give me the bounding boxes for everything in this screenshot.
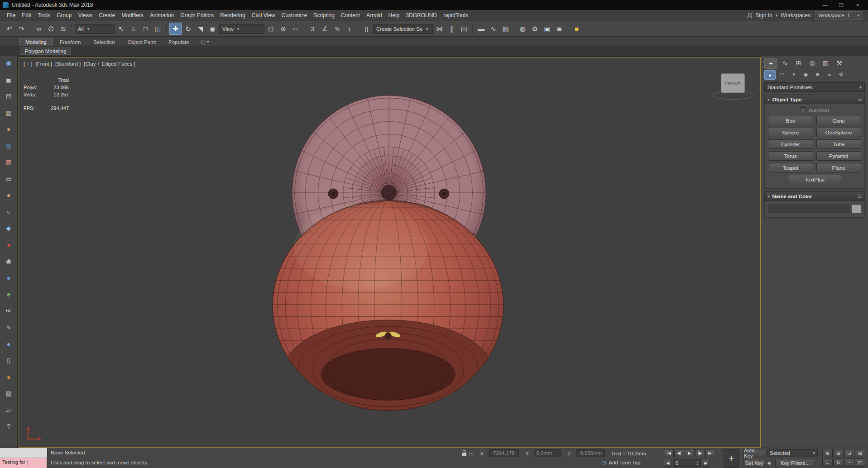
tab-object-paint[interactable]: Object Paint	[122, 38, 162, 46]
utilities-tab-icon[interactable]: ⚒	[833, 58, 845, 68]
go-to-start-icon[interactable]: |◀	[664, 449, 674, 457]
keyboard-override-icon[interactable]: ▭	[290, 23, 301, 34]
play-icon[interactable]: ▶	[685, 449, 695, 457]
auto-key-button[interactable]: Auto Key	[743, 449, 765, 457]
viewport-front[interactable]: FRONT [ + ] [Front ] [Standard ] [Clay +…	[19, 57, 761, 448]
tab-modeling[interactable]: Modeling	[19, 38, 53, 46]
render-production-icon[interactable]: ◙	[554, 23, 565, 34]
go-to-end-icon[interactable]: ▶|	[705, 449, 715, 457]
orb-tool-icon[interactable]: ●	[3, 339, 14, 349]
tube-button[interactable]: Tube	[816, 139, 862, 149]
systems-category-icon[interactable]: ⚙	[836, 70, 846, 79]
previous-frame-icon[interactable]: ◀	[664, 459, 672, 467]
polygon-modeling-panel[interactable]: Polygon Modeling	[20, 48, 71, 55]
field-of-view-icon[interactable]: ◔	[844, 458, 854, 467]
gem-material-icon[interactable]: ◆	[3, 223, 14, 234]
geosphere-button[interactable]: GeoSphere	[816, 128, 862, 137]
use-pivot-center-icon[interactable]: ⊡	[265, 23, 277, 34]
zoom-all-icon[interactable]: ⊞	[833, 449, 844, 457]
selection-lock-icon[interactable]	[462, 453, 466, 456]
film-clip-icon[interactable]: ▦	[3, 157, 14, 167]
material-editor-icon[interactable]: ◍	[517, 23, 528, 34]
cylinder-button[interactable]: Cylinder	[768, 139, 813, 149]
panel-tool-icon[interactable]: ▱	[3, 405, 14, 415]
redo-icon[interactable]: ↷	[16, 23, 27, 34]
sign-in-caret-icon[interactable]: ▾	[776, 13, 778, 18]
hierarchy-tab-icon[interactable]: ⊞	[792, 58, 805, 68]
menu-scripting[interactable]: Scripting	[310, 11, 338, 20]
align-icon[interactable]: ∥	[446, 23, 457, 34]
menu-views[interactable]: Views	[75, 11, 96, 20]
key-filters-button[interactable]: Key Filters...	[775, 459, 815, 467]
curve-tool-icon[interactable]: ∿	[3, 322, 14, 333]
menu-graph-editors[interactable]: Graph Editors	[177, 11, 217, 20]
snap-toggle-icon[interactable]: 3	[307, 23, 318, 34]
sphere-button[interactable]: Sphere	[768, 128, 813, 137]
undo-icon[interactable]: ↶	[4, 23, 15, 34]
cube-tool-icon[interactable]: ▧	[3, 388, 14, 399]
mirror-icon[interactable]: ⋈	[434, 23, 445, 34]
torus-button[interactable]: Torus	[768, 151, 813, 161]
object-type-rollout-header[interactable]: ▾ Object Type ⊟	[764, 95, 865, 104]
name-color-rollout-header[interactable]: ▾ Name and Color ⊟	[764, 191, 865, 201]
spacewarps-category-icon[interactable]: ≈	[824, 70, 834, 79]
select-and-rotate-icon[interactable]: ↻	[182, 23, 194, 34]
menu-group[interactable]: Group	[53, 11, 75, 20]
textplus-button[interactable]: TextPlus	[788, 175, 841, 184]
x-coordinate-field[interactable]: -7294,178	[489, 449, 519, 457]
close-icon[interactable]: ×	[850, 1, 865, 9]
selection-region-icon[interactable]: □	[140, 23, 151, 34]
previous-key-icon[interactable]: ◀|	[674, 449, 684, 457]
edit-named-selections-icon[interactable]: {}	[361, 23, 372, 34]
helpers-category-icon[interactable]: ⊕	[812, 70, 823, 79]
scene-explorer-icon[interactable]: ◉	[3, 57, 14, 68]
tab-freeform[interactable]: Freeform	[54, 38, 87, 46]
workspace-dropdown[interactable]: Workspace_1 ▾	[815, 11, 863, 20]
probe-tool-icon[interactable]: ◉	[3, 256, 14, 267]
menu-civil-view[interactable]: Civil View	[249, 11, 278, 20]
box-button[interactable]: Box	[768, 116, 813, 125]
display-tab-icon[interactable]: ▥	[820, 58, 832, 68]
viewport-layout-icon[interactable]: ▣	[3, 74, 14, 85]
set-key-mode-icon[interactable]: ◆	[767, 460, 771, 465]
viewport-preset-menu[interactable]: [Standard ]	[55, 61, 81, 67]
bind-to-spacewarp-icon[interactable]: ≋	[58, 23, 69, 34]
frame-spinner[interactable]: ▴ ▾	[697, 460, 698, 466]
reference-coordinate-dropdown[interactable]: View ▾	[219, 24, 264, 34]
menu-tools[interactable]: Tools	[34, 11, 53, 20]
menu-edit[interactable]: Edit	[19, 11, 34, 20]
object-color-swatch[interactable]	[852, 204, 861, 213]
maxscript-mini-listener[interactable]: Testing for ;	[0, 458, 47, 468]
menu-help[interactable]: Help	[385, 11, 403, 20]
percent-snap-icon[interactable]: %	[331, 23, 343, 34]
toggle-ribbon-icon[interactable]: ▬	[475, 23, 487, 34]
tab-selection[interactable]: Selection	[87, 38, 120, 46]
plane-tool-icon[interactable]: ▭	[3, 173, 14, 184]
menu-rapidtools[interactable]: rapidTools	[440, 11, 471, 20]
named-selection-dropdown[interactable]: Create Selection Se ▾	[373, 24, 433, 34]
motion-tab-icon[interactable]: ◎	[806, 58, 818, 68]
lights-category-icon[interactable]: ☀	[789, 70, 799, 79]
tab-populate[interactable]: Populate	[163, 38, 195, 46]
select-and-manipulate-icon[interactable]: ⊕	[278, 23, 289, 34]
pan-icon[interactable]: ↔	[822, 458, 833, 467]
next-frame-icon[interactable]: ▶	[702, 459, 710, 467]
zoom-icon[interactable]: ⊕	[822, 449, 833, 457]
minimize-icon[interactable]: —	[817, 1, 833, 9]
select-and-move-icon[interactable]: ✚	[169, 23, 182, 35]
clay-sphere-icon[interactable]: ●	[3, 124, 14, 134]
current-frame-field[interactable]: 0 ▴ ▾	[673, 459, 701, 467]
add-time-tag[interactable]: Add Time Tag	[609, 460, 640, 465]
time-configuration-button[interactable]: +	[724, 449, 739, 468]
y-coordinate-field[interactable]: 0,0mm	[534, 449, 561, 457]
menu-modifiers[interactable]: Modifiers	[118, 11, 147, 20]
vi8ewport-pov-menu[interactable]: [Front ]	[36, 61, 52, 67]
next-key-icon[interactable]: |▶	[695, 449, 705, 457]
color-dot-icon[interactable]: ●	[3, 372, 14, 382]
viewcube-front-face[interactable]: FRONT	[725, 81, 740, 86]
viewport-shading-menu[interactable]: [Clay + Edged Faces ]	[84, 61, 135, 67]
z-coordinate-field[interactable]: -9,995mm	[576, 449, 605, 457]
window-crossing-icon[interactable]: ◫	[152, 23, 163, 34]
menu-customize[interactable]: Customize	[278, 11, 311, 20]
pyramid-button[interactable]: Pyramid	[816, 151, 862, 161]
